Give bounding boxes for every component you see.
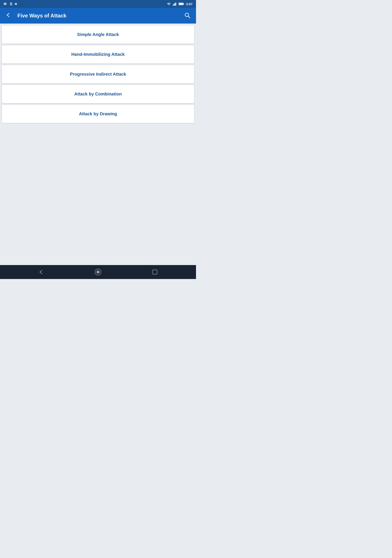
navigation-bar [0, 265, 196, 279]
list-item[interactable]: Hand-Immobilizing Attack [2, 45, 194, 64]
svg-rect-0 [4, 3, 6, 5]
svg-rect-4 [10, 3, 12, 4]
svg-rect-1 [4, 3, 6, 4]
status-bar-right: 3:57 [166, 2, 193, 6]
svg-rect-7 [175, 3, 175, 6]
wifi-icon [166, 2, 171, 6]
list-item-label: Simple Angle Attack [77, 32, 119, 37]
list-item-label: Attack by Drawing [79, 111, 117, 116]
svg-point-15 [96, 270, 100, 274]
nav-back-icon [38, 269, 44, 275]
app-bar: Five Ways of Attack [0, 8, 196, 24]
list-item[interactable]: Attack by Drawing [2, 105, 194, 123]
svg-rect-8 [176, 2, 176, 6]
list-item-label: Progressive Indirect Attack [70, 72, 126, 77]
nav-recents-icon [152, 269, 158, 275]
back-button[interactable] [3, 10, 13, 21]
list-item[interactable]: Attack by Combination [2, 85, 194, 103]
svg-rect-10 [183, 3, 184, 4]
svg-rect-5 [173, 4, 174, 6]
svg-rect-6 [174, 4, 174, 6]
sync-icon [15, 3, 17, 5]
app-bar-left: Five Ways of Attack [3, 10, 66, 21]
nav-recents-button[interactable] [150, 267, 160, 277]
notification-icon [3, 2, 7, 5]
back-arrow-icon [5, 12, 11, 18]
signal-icon [173, 2, 177, 6]
sim-icon [9, 2, 13, 5]
status-time: 3:57 [186, 2, 193, 6]
list-item[interactable]: Progressive Indirect Attack [2, 65, 194, 84]
nav-home-icon [94, 269, 102, 276]
nav-home-button[interactable] [92, 266, 104, 278]
svg-rect-16 [153, 270, 157, 274]
svg-rect-2 [4, 4, 5, 4]
status-bar: 3:57 [0, 0, 196, 8]
content-area: Simple Angle AttackHand-Immobilizing Att… [0, 24, 196, 125]
list-item-label: Hand-Immobilizing Attack [71, 52, 125, 57]
nav-back-button[interactable] [36, 267, 46, 277]
svg-rect-11 [179, 3, 183, 5]
battery-icon [179, 2, 184, 5]
search-button[interactable] [182, 10, 193, 21]
list-item[interactable]: Simple Angle Attack [2, 25, 194, 44]
svg-line-13 [188, 16, 190, 18]
status-bar-left [3, 2, 17, 5]
page-title: Five Ways of Attack [17, 13, 66, 19]
list-item-label: Attack by Combination [74, 92, 122, 96]
search-icon [184, 12, 191, 19]
